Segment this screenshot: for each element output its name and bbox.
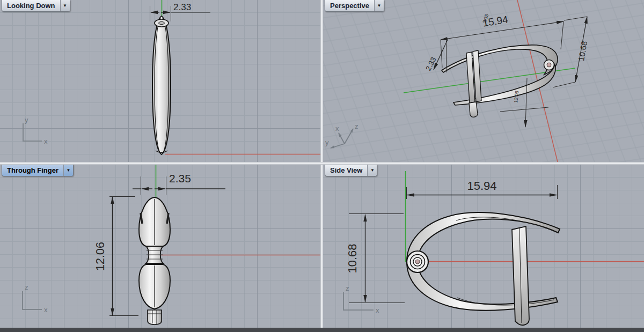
chevron-down-icon: ▼ (67, 168, 71, 173)
axis-label-y: y (325, 138, 329, 146)
axis-label-z: z (355, 122, 358, 130)
viewport-through-finger[interactable]: 2.35 12.06 z x Through Finger ▼ (0, 165, 320, 328)
gem (547, 63, 551, 67)
window-edge (0, 328, 644, 332)
chevron-down-icon: ▼ (377, 3, 382, 8)
viewport-canvas[interactable]: 15.94 2.35 2.33 10.68 12.06 (323, 0, 644, 162)
gem (415, 260, 420, 264)
viewport-side-view[interactable]: 15.94 10.68 z x Side View ▼ (323, 165, 644, 328)
viewport-canvas[interactable]: 2.33 y x (0, 0, 320, 162)
axis-label-y: y (25, 116, 28, 124)
dimension-label: 2.33 (173, 2, 191, 12)
chevron-down-icon: ▼ (63, 3, 67, 8)
viewport-perspective[interactable]: 15.94 2.35 2.33 10.68 12.06 (323, 0, 644, 162)
viewport-title: Looking Down (2, 0, 60, 11)
cad-application-window: 2.33 y x Looking Down ▼ (0, 0, 644, 332)
dimension-label: 2.35 (169, 172, 191, 185)
viewport-tab-looking-down[interactable]: Looking Down ▼ (2, 0, 70, 12)
viewport-canvas[interactable]: 2.35 12.06 z x (0, 165, 320, 328)
axis-label-x: x (44, 137, 48, 145)
viewport-tab-through-finger[interactable]: Through Finger ▼ (2, 165, 74, 176)
viewport-title: Side View (325, 165, 367, 176)
viewport-tab-perspective[interactable]: Perspective ▼ (325, 0, 384, 12)
axis-label-z: z (346, 284, 349, 292)
viewport-tab-side-view[interactable]: Side View ▼ (325, 165, 377, 176)
viewport-title: Perspective (325, 0, 374, 11)
dimension-label: 12.06 (94, 242, 107, 271)
viewport-menu-button[interactable]: ▼ (60, 0, 70, 11)
viewport-title: Through Finger (2, 165, 63, 176)
viewport-menu-button[interactable]: ▼ (63, 165, 73, 176)
viewport-splitter-horizontal[interactable] (0, 162, 644, 165)
viewport-looking-down[interactable]: 2.33 y x Looking Down ▼ (0, 0, 320, 162)
axis-label-z: z (25, 283, 28, 291)
viewport-canvas[interactable]: 15.94 10.68 z x (323, 165, 644, 328)
axis-label-x: x (335, 124, 339, 132)
axis-label-x: x (376, 306, 379, 314)
dimension-label: 10.68 (346, 244, 359, 273)
dimension-label: 15.94 (467, 179, 496, 193)
viewport-menu-button[interactable]: ▼ (367, 165, 377, 176)
viewport-menu-button[interactable]: ▼ (374, 0, 384, 11)
axis-label-x: x (44, 306, 48, 314)
chevron-down-icon: ▼ (370, 168, 375, 173)
model-ring-edge-view[interactable] (152, 16, 171, 154)
